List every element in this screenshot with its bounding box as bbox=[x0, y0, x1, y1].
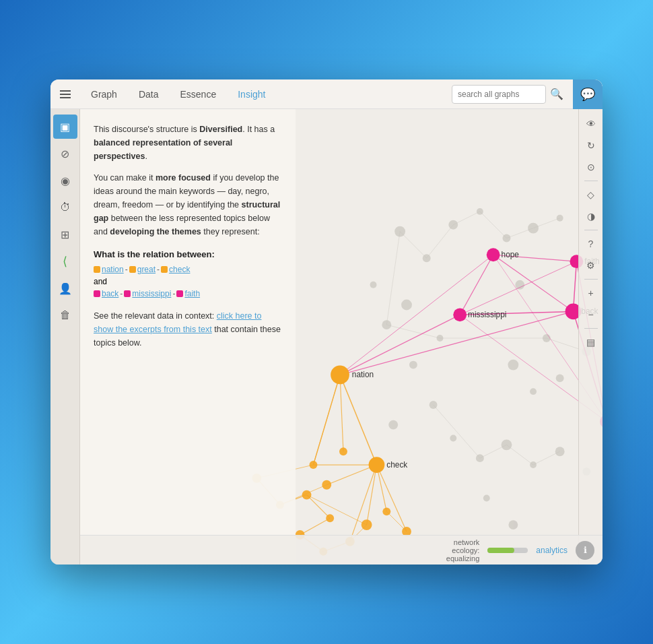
analytics-link[interactable]: analytics bbox=[536, 546, 568, 555]
svg-line-72 bbox=[300, 518, 331, 535]
search-area: 🔍 bbox=[452, 84, 568, 105]
svg-text:hope: hope bbox=[502, 250, 520, 259]
svg-line-46 bbox=[460, 255, 493, 315]
svg-line-39 bbox=[480, 445, 507, 458]
ecology-slider[interactable] bbox=[487, 548, 528, 553]
eye-tool-icon[interactable]: 👁 bbox=[582, 115, 600, 133]
sep1: - bbox=[125, 265, 128, 274]
sidebar-person-icon[interactable]: 👤 bbox=[53, 276, 77, 300]
search-button[interactable]: 🔍 bbox=[546, 84, 568, 105]
svg-line-29 bbox=[427, 225, 454, 258]
main-content: ▣ ⊘ ◉ ⏱ ⊞ ⟨ 👤 🗑 bbox=[50, 109, 603, 565]
svg-point-91 bbox=[369, 457, 385, 473]
svg-line-82 bbox=[340, 375, 343, 451]
info-panel-tool-icon[interactable]: ▤ bbox=[582, 333, 600, 352]
nation-link[interactable]: nation bbox=[102, 265, 124, 274]
tab-graph[interactable]: Graph bbox=[80, 79, 128, 109]
contrast-tool-icon[interactable]: ◑ bbox=[582, 207, 600, 226]
svg-line-43 bbox=[493, 255, 574, 311]
chat-button[interactable]: 💬 bbox=[573, 79, 603, 109]
svg-line-88 bbox=[386, 511, 407, 532]
relation-section: What is the relation between: nation - g… bbox=[94, 249, 282, 298]
svg-point-24 bbox=[555, 447, 565, 456]
menu-button[interactable] bbox=[50, 79, 80, 109]
mississippi-link[interactable]: mississippi bbox=[132, 289, 171, 298]
check-link[interactable]: check bbox=[169, 265, 190, 274]
svg-line-49 bbox=[340, 315, 460, 375]
sidebar-no-icon[interactable]: ⊘ bbox=[53, 141, 77, 166]
check-dot bbox=[161, 266, 168, 273]
slider-track bbox=[487, 548, 528, 553]
nav-tabs: Graph Data Essence Insight bbox=[80, 79, 452, 109]
network-label: network bbox=[454, 538, 480, 546]
relation-title: What is the relation between: bbox=[94, 249, 282, 259]
svg-line-41 bbox=[533, 451, 560, 465]
developing-themes-label: developing the themes bbox=[110, 227, 201, 236]
back-dot bbox=[94, 290, 100, 297]
faith-link[interactable]: faith bbox=[184, 289, 200, 298]
structural-gap-label: structural gap bbox=[94, 200, 280, 223]
status-bar: network ecology: equalizing analytics ℹ bbox=[80, 535, 603, 565]
sep4: - bbox=[172, 289, 175, 298]
svg-point-9 bbox=[508, 360, 518, 371]
zoom-in-tool-icon[interactable]: + bbox=[582, 284, 600, 302]
tab-essence[interactable]: Essence bbox=[170, 79, 228, 109]
sidebar-clock-icon[interactable]: ⏱ bbox=[53, 195, 77, 220]
back-link[interactable]: back bbox=[102, 289, 118, 298]
svg-point-27 bbox=[508, 520, 518, 529]
info-button[interactable]: ℹ bbox=[576, 541, 594, 560]
refresh-tool-icon[interactable]: ↻ bbox=[582, 136, 600, 155]
and-text: and bbox=[94, 277, 107, 286]
svg-line-84 bbox=[313, 375, 340, 465]
nation-dot bbox=[94, 266, 100, 273]
sidebar-grid-icon[interactable]: ⊞ bbox=[53, 222, 77, 247]
diversified-label: Diversified bbox=[199, 125, 242, 134]
great-dot bbox=[129, 266, 136, 273]
mississippi-dot bbox=[124, 290, 131, 297]
zoom-out-tool-icon[interactable]: − bbox=[582, 305, 600, 324]
sidebar-circle-icon[interactable]: ◉ bbox=[53, 168, 77, 193]
svg-line-31 bbox=[480, 212, 507, 238]
relation-row-2: back - mississippi - faith bbox=[94, 289, 282, 298]
svg-line-30 bbox=[453, 212, 480, 225]
svg-line-28 bbox=[400, 232, 427, 259]
slider-fill bbox=[487, 548, 514, 553]
history-tool-icon[interactable]: ⊙ bbox=[582, 158, 600, 176]
excerpt-section: See the relevant data in context: click … bbox=[94, 309, 282, 350]
svg-line-32 bbox=[506, 228, 533, 238]
svg-point-93 bbox=[487, 248, 500, 261]
svg-line-81 bbox=[326, 465, 376, 485]
toolbar-separator-4 bbox=[584, 328, 598, 329]
ecology-label: ecology: bbox=[452, 546, 479, 554]
sidebar-trash-icon[interactable]: 🗑 bbox=[53, 303, 77, 327]
intro-text: This discourse's structure is Diversifie… bbox=[94, 123, 282, 163]
sep3: - bbox=[120, 289, 123, 298]
svg-line-38 bbox=[434, 405, 480, 458]
search-input[interactable] bbox=[452, 85, 546, 104]
tab-data[interactable]: Data bbox=[128, 79, 170, 109]
sidebar-share-icon[interactable]: ⟨ bbox=[53, 249, 77, 273]
svg-line-40 bbox=[506, 445, 533, 465]
diamond-tool-icon[interactable]: ◇ bbox=[582, 185, 600, 204]
svg-point-89 bbox=[331, 366, 349, 385]
great-link[interactable]: great bbox=[137, 265, 156, 274]
relation-row-1: nation - great - check bbox=[94, 265, 282, 274]
balanced-label: balanced representation of several persp… bbox=[94, 138, 232, 161]
left-sidebar: ▣ ⊘ ◉ ⏱ ⊞ ⟨ 👤 🗑 bbox=[50, 109, 80, 565]
excerpt-link[interactable]: click here to show the excerpts from thi… bbox=[94, 311, 261, 334]
help-tool-icon[interactable]: ? bbox=[582, 234, 600, 253]
settings-tool-icon[interactable]: ⚙ bbox=[582, 256, 600, 275]
sidebar-display-icon[interactable]: ▣ bbox=[53, 115, 77, 139]
excerpt-text: See the relevant data in context: click … bbox=[94, 309, 282, 350]
svg-text:check: check bbox=[386, 460, 407, 470]
svg-point-23 bbox=[530, 461, 537, 468]
faith-dot bbox=[176, 290, 183, 297]
svg-line-35 bbox=[386, 325, 440, 338]
app-window: Graph Data Essence Insight 🔍 💬 ▣ ⊘ ◉ ⏱ ⊞… bbox=[50, 79, 603, 565]
svg-point-11 bbox=[556, 374, 564, 382]
tab-insight[interactable]: Insight bbox=[227, 79, 276, 109]
svg-line-52 bbox=[460, 261, 576, 315]
svg-line-75 bbox=[350, 465, 377, 542]
sep2: - bbox=[157, 265, 160, 274]
svg-point-17 bbox=[401, 300, 412, 311]
